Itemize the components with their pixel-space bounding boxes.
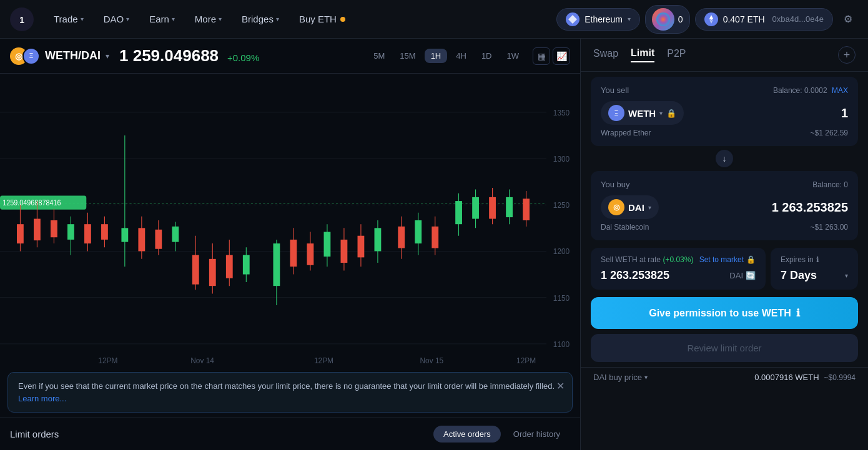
chevron-down-icon: ▾ <box>845 272 848 279</box>
chevron-down-icon: ▾ <box>628 16 631 22</box>
wallet-avatar <box>652 8 674 31</box>
dai-icon: ◎ <box>608 199 624 215</box>
nav-dao[interactable]: DAO ▾ <box>96 9 137 29</box>
svg-rect-26 <box>51 220 57 237</box>
order-history-tab[interactable]: Order history <box>503 426 570 443</box>
svg-marker-2 <box>568 15 577 24</box>
info-icon: ℹ <box>796 307 800 319</box>
tab-limit[interactable]: Limit <box>631 47 654 62</box>
rate-currency-selector[interactable]: DAI 🔄 <box>729 271 756 280</box>
notification-text: Even if you see that the current market … <box>18 380 562 404</box>
svg-marker-5 <box>709 19 713 24</box>
svg-text:12PM: 12PM <box>516 355 536 365</box>
pair-chevron-icon: ▾ <box>106 52 109 61</box>
tf-1w[interactable]: 1W <box>501 49 526 63</box>
svg-rect-34 <box>121 228 128 242</box>
wallet-address-label: 0xba4d...0e4e <box>772 14 824 24</box>
buy-amount[interactable]: 1 263.253825 <box>772 200 848 215</box>
dai-price-label[interactable]: DAI buy price ▾ <box>593 373 648 382</box>
limit-orders-footer: Limit orders Active orders Order history <box>0 418 580 450</box>
nav-earn[interactable]: Earn ▾ <box>142 9 182 29</box>
rate-value[interactable]: 1 263.253825 <box>601 269 669 282</box>
swap-direction-button[interactable]: ↓ <box>714 149 734 169</box>
svg-text:Nov 14: Nov 14 <box>190 355 214 365</box>
sell-amount[interactable]: 1 <box>841 106 848 120</box>
sell-balance: Balance: 0.0002 MAX <box>773 86 848 95</box>
line-chart-btn[interactable]: 📈 <box>553 47 570 65</box>
tab-p2p[interactable]: P2P <box>667 48 686 62</box>
chevron-down-icon: ▾ <box>126 16 129 22</box>
svg-text:1300: 1300 <box>553 154 570 164</box>
active-orders-tab[interactable]: Active orders <box>433 426 501 443</box>
svg-rect-54 <box>307 243 314 265</box>
tf-15m[interactable]: 15M <box>393 49 422 63</box>
info-icon: ℹ <box>816 255 819 264</box>
nav-buy-eth[interactable]: Buy ETH <box>292 9 353 29</box>
tab-swap[interactable]: Swap <box>593 48 618 62</box>
add-button[interactable]: + <box>838 46 856 64</box>
rate-header: Sell WETH at rate (+0.03%) Set to market… <box>601 255 756 264</box>
footer-tabs: Active orders Order history <box>433 426 570 443</box>
header: 1 Trade ▾ DAO ▾ Earn ▾ More ▾ Bridges ▾ … <box>0 0 868 39</box>
nav-earn-label: Earn <box>149 14 169 24</box>
give-permission-button[interactable]: Give permission to use WETH ℹ <box>591 297 858 329</box>
main-content: ◎ Ξ WETH/DAI ▾ 1 259.049688 +0.09% 5M 15… <box>0 39 868 450</box>
chart-type-buttons: ▦ 📈 <box>533 47 570 65</box>
svg-rect-30 <box>84 224 91 243</box>
logo[interactable]: 1 <box>10 7 34 31</box>
svg-rect-52 <box>290 240 297 267</box>
nav-trade-label: Trade <box>54 14 78 24</box>
dai-price-weth: 0.0007916 WETH <box>754 373 819 382</box>
tf-1d[interactable]: 1D <box>475 49 498 63</box>
settings-button[interactable]: ⚙ <box>838 9 858 29</box>
weth-icon: Ξ <box>22 47 40 65</box>
set-to-market-button[interactable]: Set to market 🔒 <box>699 255 756 264</box>
chevron-down-icon: ▾ <box>644 374 648 381</box>
sell-token-full-name: Wrapped Ether <box>601 129 651 137</box>
svg-point-3 <box>656 12 670 26</box>
close-notification-button[interactable]: ✕ <box>556 380 565 392</box>
bar-chart-btn[interactable]: ▦ <box>533 47 550 65</box>
wallet-count[interactable]: 0 <box>645 5 690 34</box>
tf-4h[interactable]: 4H <box>450 49 473 63</box>
buy-token-selector[interactable]: ◎ DAI ▾ <box>601 195 659 219</box>
review-limit-order-button[interactable]: Review limit order <box>591 334 858 362</box>
rate-box: Sell WETH at rate (+0.03%) Set to market… <box>591 248 766 290</box>
svg-rect-42 <box>192 255 199 285</box>
header-right: Ethereum ▾ 0 <box>556 5 858 34</box>
buy-balance: Balance: 0 <box>812 180 848 189</box>
svg-rect-22 <box>17 224 24 243</box>
svg-rect-28 <box>67 224 74 240</box>
chevron-down-icon: ▾ <box>219 16 222 22</box>
nav-more[interactable]: More ▾ <box>187 9 229 29</box>
pair-icons: ◎ Ξ <box>10 47 40 65</box>
rate-change: (+0.03%) <box>663 255 693 264</box>
chevron-down-icon: ▾ <box>276 16 279 22</box>
sell-token-selector[interactable]: Ξ WETH ▾ 🔒 <box>601 101 684 125</box>
nav-bridges-label: Bridges <box>242 14 274 24</box>
svg-rect-58 <box>341 240 348 263</box>
eth-balance[interactable]: 0.407 ETH 0xba4d...0e4e <box>695 8 833 31</box>
expires-label: Expires in ℹ <box>781 255 848 264</box>
svg-rect-76 <box>506 197 513 217</box>
notification-link[interactable]: Learn more... <box>18 394 66 403</box>
tf-5m[interactable]: 5M <box>367 49 391 63</box>
svg-text:Nov 15: Nov 15 <box>420 355 444 365</box>
dai-price-row: DAI buy price ▾ 0.0007916 WETH ~$0.9994 <box>581 367 868 387</box>
tf-1h[interactable]: 1H <box>425 49 448 63</box>
lock-icon: 🔒 <box>746 255 756 264</box>
nav-trade[interactable]: Trade ▾ <box>46 9 91 29</box>
network-selector[interactable]: Ethereum ▾ <box>556 8 640 31</box>
notification-banner: Even if you see that the current market … <box>7 372 573 413</box>
expires-value[interactable]: 7 Days <box>781 269 817 282</box>
svg-text:1150: 1150 <box>553 293 570 303</box>
svg-rect-74 <box>489 197 496 219</box>
svg-rect-68 <box>432 227 438 248</box>
swap-direction: ↓ <box>581 149 868 169</box>
chevron-down-icon: ▾ <box>648 204 651 211</box>
svg-rect-36 <box>138 228 145 251</box>
nav-bridges[interactable]: Bridges ▾ <box>234 9 287 29</box>
swap-tabs: Swap Limit P2P + <box>581 39 868 72</box>
max-button[interactable]: MAX <box>832 86 848 95</box>
pair-info[interactable]: ◎ Ξ WETH/DAI ▾ <box>10 47 109 65</box>
